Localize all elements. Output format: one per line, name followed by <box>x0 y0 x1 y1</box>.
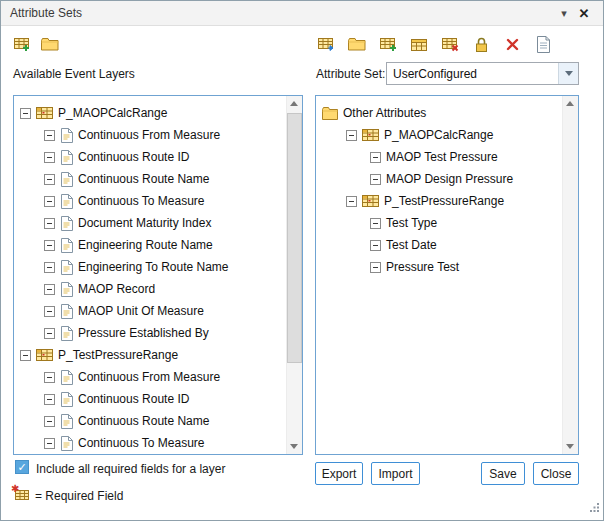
scroll-down-icon[interactable] <box>287 438 302 454</box>
tree-item[interactable]: P_TestPressureRange <box>14 344 286 366</box>
scroll-down-icon[interactable] <box>563 438 578 454</box>
import-attribute-set-icon <box>317 36 336 53</box>
collapse-toggle-icon[interactable] <box>44 196 55 207</box>
import-button[interactable]: Import <box>371 462 420 485</box>
tree-item[interactable]: Pressure Established By <box>14 322 286 344</box>
edit-attribute-table-icon <box>410 36 429 53</box>
attribute-report-icon <box>536 36 551 53</box>
tree-item[interactable]: Other Attributes <box>316 102 562 124</box>
remove-attribute-button[interactable] <box>437 32 463 56</box>
collapse-toggle-icon[interactable] <box>44 394 55 405</box>
load-event-layers-icon <box>13 36 32 53</box>
collapse-toggle-icon[interactable] <box>346 130 357 141</box>
attribute-set-combobox[interactable]: UserConfigured <box>386 62 579 85</box>
tree-item[interactable]: Continuous From Measure <box>14 124 286 146</box>
tree-item[interactable]: P_MAOPCalcRange <box>14 102 286 124</box>
lock-attribute-set-button[interactable] <box>468 32 494 56</box>
open-attribute-set-button[interactable] <box>344 32 370 56</box>
collapse-toggle-icon[interactable] <box>20 350 31 361</box>
collapse-toggle-icon[interactable] <box>370 240 381 251</box>
collapse-toggle-icon[interactable] <box>44 416 55 427</box>
tree-item[interactable]: Test Date <box>316 234 562 256</box>
include-required-fields-label: Include all required fields for a layer <box>36 462 225 476</box>
tree-item[interactable]: Document Maturity Index <box>14 212 286 234</box>
dialog-title: Attribute Sets <box>10 6 554 20</box>
tree-item-label: Engineering To Route Name <box>78 260 229 274</box>
collapse-toggle-icon[interactable] <box>44 130 55 141</box>
collapse-toggle-icon[interactable] <box>44 240 55 251</box>
export-button[interactable]: Export <box>315 462 363 485</box>
available-layers-tree: P_MAOPCalcRangeContinuous From MeasureCo… <box>14 102 286 454</box>
tree-item[interactable]: Pressure Test <box>316 256 562 278</box>
field-icon <box>60 128 73 143</box>
collapse-toggle-icon[interactable] <box>44 328 55 339</box>
collapse-toggle-icon[interactable] <box>44 372 55 383</box>
tree-item[interactable]: Test Type <box>316 212 562 234</box>
include-required-fields-checkbox[interactable]: ✓ <box>15 460 29 474</box>
tree-item[interactable]: Continuous Route Name <box>14 410 286 432</box>
field-icon <box>60 260 73 275</box>
close-button[interactable]: Close <box>533 462 579 485</box>
tree-item-label: MAOP Design Pressure <box>386 172 513 186</box>
tree-item-label: Pressure Established By <box>78 326 209 340</box>
collapse-toggle-icon[interactable] <box>370 152 381 163</box>
available-layers-label: Available Event Layers <box>13 67 135 81</box>
delete-icon <box>505 37 520 52</box>
tree-item-label: Continuous Route Name <box>78 172 209 186</box>
add-attribute-icon <box>379 36 398 53</box>
attribute-report-button[interactable] <box>530 32 556 56</box>
load-event-layers-button[interactable] <box>9 32 35 56</box>
field-icon <box>60 172 73 187</box>
collapse-toggle-icon[interactable] <box>44 152 55 163</box>
browse-layers-folder-icon <box>41 37 59 51</box>
tree-item[interactable]: MAOP Record <box>14 278 286 300</box>
left-scrollbar <box>286 96 302 454</box>
import-attribute-set-button[interactable] <box>313 32 339 56</box>
save-button[interactable]: Save <box>481 462 525 485</box>
lock-attribute-set-icon <box>474 36 489 53</box>
collapse-toggle-icon[interactable] <box>44 306 55 317</box>
scroll-up-icon[interactable] <box>287 96 302 112</box>
field-icon <box>60 194 73 209</box>
tree-item[interactable]: Engineering Route Name <box>14 234 286 256</box>
tree-item[interactable]: Continuous Route ID <box>14 388 286 410</box>
open-attribute-set-icon <box>348 37 366 51</box>
tree-item[interactable]: Continuous To Measure <box>14 190 286 212</box>
resize-grip[interactable] <box>589 499 600 517</box>
collapse-toggle-icon[interactable] <box>44 262 55 273</box>
tree-item-label: Test Date <box>386 238 437 252</box>
collapse-toggle-icon[interactable] <box>20 108 31 119</box>
tree-item[interactable]: Continuous From Measure <box>14 366 286 388</box>
collapse-toggle-icon[interactable] <box>370 218 381 229</box>
scrollbar-thumb[interactable] <box>287 113 302 363</box>
collapse-toggle-icon[interactable] <box>370 262 381 273</box>
collapse-toggle-icon[interactable] <box>44 438 55 449</box>
tree-item-label: Continuous Route ID <box>78 150 189 164</box>
browse-layers-button[interactable] <box>37 32 63 56</box>
delete-attribute-set-button[interactable] <box>499 32 525 56</box>
close-icon[interactable]: ✕ <box>574 6 594 21</box>
collapse-toggle-icon[interactable] <box>44 284 55 295</box>
tree-item[interactable]: Continuous To Measure <box>14 432 286 454</box>
tree-item[interactable]: P_MAOPCalcRange <box>316 124 562 146</box>
tree-item[interactable]: MAOP Unit Of Measure <box>14 300 286 322</box>
field-icon <box>60 282 73 297</box>
add-attribute-button[interactable] <box>375 32 401 56</box>
tree-item-label: Continuous From Measure <box>78 370 220 384</box>
collapse-toggle-icon[interactable] <box>44 218 55 229</box>
collapse-toggle-icon[interactable] <box>346 196 357 207</box>
tree-item[interactable]: Engineering To Route Name <box>14 256 286 278</box>
tree-item-label: MAOP Test Pressure <box>386 150 498 164</box>
combobox-dropdown-icon[interactable] <box>558 63 578 84</box>
tree-item[interactable]: MAOP Design Pressure <box>316 168 562 190</box>
collapse-toggle-icon[interactable] <box>44 174 55 185</box>
tree-item[interactable]: P_TestPressureRange <box>316 190 562 212</box>
dock-menu-icon[interactable]: ▾ <box>554 7 574 20</box>
event-layer-icon <box>362 128 379 142</box>
scroll-up-icon[interactable] <box>563 96 578 112</box>
tree-item[interactable]: Continuous Route ID <box>14 146 286 168</box>
edit-attribute-table-button[interactable] <box>406 32 432 56</box>
tree-item[interactable]: Continuous Route Name <box>14 168 286 190</box>
tree-item[interactable]: MAOP Test Pressure <box>316 146 562 168</box>
collapse-toggle-icon[interactable] <box>370 174 381 185</box>
